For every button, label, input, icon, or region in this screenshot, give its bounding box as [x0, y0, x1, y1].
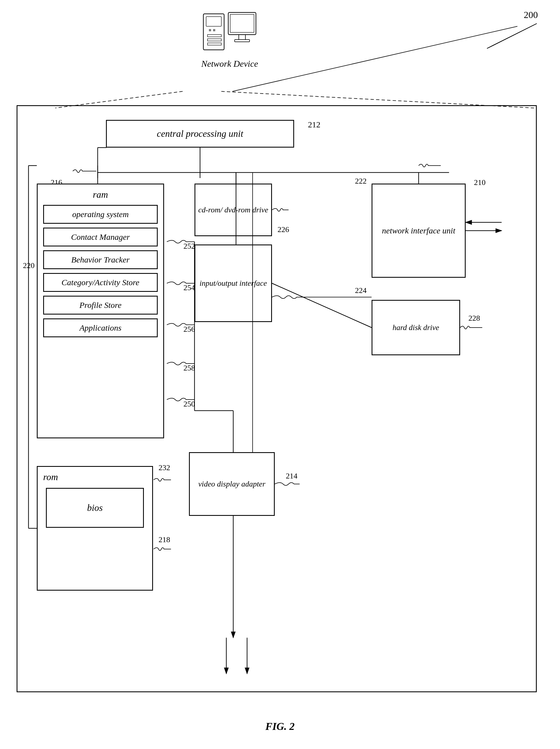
behavior-tracker-label: Behavior Tracker [71, 255, 130, 264]
cpu-label: central processing unit [157, 128, 243, 139]
svg-rect-4 [207, 35, 221, 37]
os-label: operating system [72, 210, 129, 219]
profile-store-label: Profile Store [80, 300, 121, 309]
ref-228: 228 [468, 314, 480, 323]
os-box: operating system [43, 205, 158, 224]
ref-256: 256 [183, 325, 195, 334]
vda-label: video display adapter [198, 478, 266, 489]
computer-illustration [202, 8, 257, 56]
rom-label: rom [38, 467, 152, 485]
svg-rect-3 [213, 29, 215, 31]
ref-220: 220 [23, 261, 35, 270]
svg-rect-2 [209, 29, 211, 31]
ref-210: 210 [474, 178, 486, 187]
ref-214: 214 [286, 472, 297, 480]
hdd-box: hard disk drive [372, 300, 460, 355]
category-activity-box: Category/Activity Store [43, 273, 158, 292]
fig-label: FIG. 2 [265, 720, 295, 732]
network-device-block: Network Device [188, 8, 271, 69]
svg-rect-6 [207, 43, 221, 45]
ram-box: ram operating system Contact Manager Beh… [37, 184, 164, 438]
niu-label: network interface unit [382, 225, 455, 236]
svg-rect-0 [203, 14, 224, 50]
behavior-tracker-box: Behavior Tracker [43, 250, 158, 269]
ref-222: 222 [355, 177, 366, 186]
vda-box: video display adapter [189, 452, 275, 516]
bios-box: bios [46, 488, 144, 528]
contact-manager-label: Contact Manager [71, 232, 130, 241]
svg-line-39 [487, 24, 537, 48]
contact-manager-box: Contact Manager [43, 228, 158, 247]
cdrom-label: cd-rom/ dvd-rom drive [198, 204, 268, 215]
ref-212: 212 [308, 120, 320, 129]
svg-rect-7 [228, 13, 256, 35]
svg-rect-1 [206, 17, 221, 26]
category-activity-label: Category/Activity Store [62, 278, 139, 287]
hdd-label: hard disk drive [393, 322, 439, 333]
bios-label: bios [87, 502, 103, 513]
ref-252: 252 [183, 242, 195, 251]
rom-box: rom bios [37, 466, 153, 591]
cpu-box: central processing unit [106, 120, 294, 148]
ref-254: 254 [183, 283, 195, 292]
svg-rect-10 [234, 40, 250, 42]
io-box: input/output interface [195, 244, 272, 322]
svg-line-36 [232, 26, 517, 91]
io-label: input/output interface [200, 278, 267, 288]
svg-rect-5 [207, 39, 221, 41]
applications-box: Applications [43, 318, 158, 337]
ref-226: 226 [277, 225, 289, 234]
ref-258: 258 [183, 364, 195, 372]
ref-250: 250 [183, 400, 195, 408]
applications-label: Applications [80, 323, 121, 332]
svg-rect-9 [239, 35, 245, 40]
main-box: central processing unit 212 216 ram oper… [17, 105, 537, 692]
profile-store-box: Profile Store [43, 296, 158, 315]
ram-label: ram [38, 185, 163, 203]
svg-rect-8 [230, 15, 254, 33]
ref-232: 232 [159, 463, 170, 472]
cdrom-box: cd-rom/ dvd-rom drive [195, 184, 272, 236]
niu-box: network interface unit [372, 184, 466, 278]
network-device-label: Network Device [188, 59, 271, 69]
diagram-container: 200 Network Device central processing un… [0, 0, 560, 749]
ref-218: 218 [159, 535, 170, 544]
ref-200: 200 [524, 10, 538, 20]
ref-224: 224 [355, 286, 366, 295]
